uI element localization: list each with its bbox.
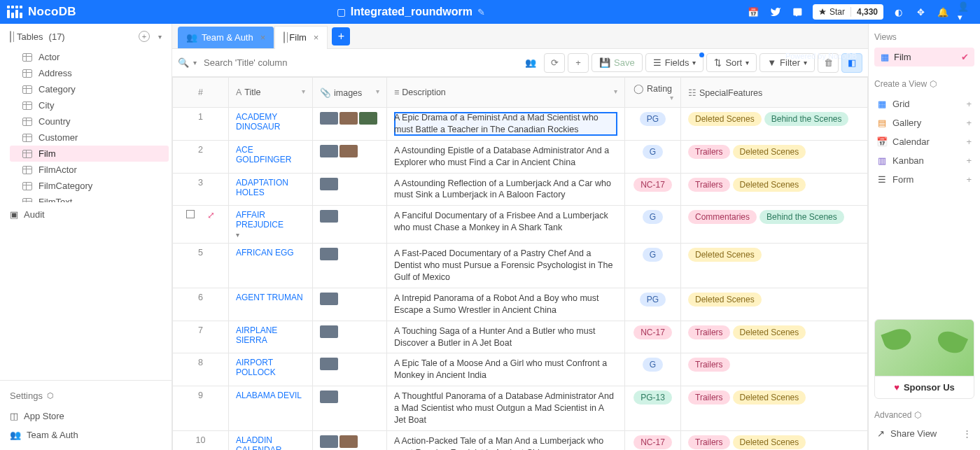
tables-header[interactable]: Tables (17) + ▾	[0, 24, 172, 49]
images-cell[interactable]	[313, 206, 387, 244]
reload-button[interactable]: ⟳	[544, 53, 565, 73]
image-thumbnail[interactable]	[320, 391, 338, 403]
title-cell[interactable]: ADAPTATION HOLES	[229, 173, 313, 206]
image-thumbnail[interactable]	[340, 145, 358, 157]
images-cell[interactable]	[313, 321, 387, 353]
sidebar-item-actor[interactable]: Actor	[7, 49, 172, 65]
rating-cell[interactable]: NC-17	[625, 321, 681, 353]
row-number-cell[interactable]: 6	[173, 288, 229, 321]
col-header-rating[interactable]: ◯Rating▾	[625, 78, 681, 108]
sidebar-item-category[interactable]: Category	[7, 81, 172, 97]
special-features-cell[interactable]: CommentariesBehind the Scenes	[681, 206, 868, 244]
add-tab-button[interactable]: +	[332, 27, 350, 45]
description-cell[interactable]: A Astounding Epistle of a Database Admin…	[387, 140, 625, 173]
row-number-cell[interactable]: 2	[173, 140, 229, 173]
special-features-cell[interactable]: Deleted Scenes	[681, 244, 868, 288]
sponsor-button[interactable]: ♥ Sponsor Us	[875, 376, 974, 398]
data-grid[interactable]: # ATitle▾ 📎images▾ ≡Description▾ ◯Rating…	[172, 77, 868, 450]
account-icon[interactable]: 👤▾	[958, 4, 973, 20]
table-row[interactable]: ⤢AFFAIR PREJUDICE▾A Fanciful Documentary…	[173, 206, 868, 244]
rating-cell[interactable]: PG	[625, 288, 681, 321]
description-cell[interactable]: A Fast-Paced Documentary of a Pastry Che…	[387, 244, 625, 288]
table-row[interactable]: 5AFRICAN EGGA Fast-Paced Documentary of …	[173, 244, 868, 288]
row-number-cell[interactable]: 1	[173, 108, 229, 141]
images-cell[interactable]	[313, 140, 387, 173]
search-input[interactable]	[204, 57, 330, 68]
description-cell[interactable]: A Touching Saga of a Hunter And a Butler…	[387, 321, 625, 353]
title-cell[interactable]: AFFAIR PREJUDICE▾	[229, 206, 313, 244]
description-cell[interactable]: A Action-Packed Tale of a Man And a Lumb…	[387, 430, 625, 450]
sidebar-item-address[interactable]: Address	[7, 65, 172, 81]
table-row[interactable]: 9ALABAMA DEVILA Thoughtful Panorama of a…	[173, 386, 868, 431]
special-features-cell[interactable]: TrailersDeleted Scenes	[681, 173, 868, 206]
description-cell[interactable]: A Astounding Reflection of a Lumberjack …	[387, 173, 625, 206]
table-row[interactable]: 7AIRPLANE SIERRAA Touching Saga of a Hun…	[173, 321, 868, 353]
table-row[interactable]: 6AGENT TRUMANA Intrepid Panorama of a Ro…	[173, 288, 868, 321]
image-thumbnail[interactable]	[320, 293, 338, 305]
audit-link[interactable]: ▣ Audit	[0, 202, 172, 227]
project-name[interactable]: Integrated_roundworm	[351, 6, 472, 18]
special-features-cell[interactable]: TrailersDeleted Scenes	[681, 321, 868, 353]
title-cell[interactable]: AIRPORT POLLOCK	[229, 353, 313, 386]
image-thumbnail[interactable]	[320, 325, 338, 338]
description-cell[interactable]: A Epic Tale of a Moose And a Girl who mu…	[387, 353, 625, 386]
fields-button[interactable]: ☰Fields▾	[645, 53, 704, 72]
chevron-down-icon[interactable]: ▾	[158, 33, 162, 41]
title-cell[interactable]: ACADEMY DINOSAUR	[229, 108, 313, 141]
row-number-cell[interactable]: 9	[173, 386, 229, 431]
twitter-icon[interactable]	[768, 4, 783, 20]
title-cell[interactable]: ALADDIN CALENDAR	[229, 430, 313, 450]
col-header-images[interactable]: 📎images▾	[313, 78, 387, 108]
special-features-cell[interactable]: TrailersDeleted Scenes	[681, 140, 868, 173]
create-view-kanban[interactable]: ▥Kanban+	[874, 151, 974, 170]
title-cell[interactable]: AIRPLANE SIERRA	[229, 321, 313, 353]
images-cell[interactable]	[313, 173, 387, 206]
image-thumbnail[interactable]	[320, 210, 338, 223]
title-cell[interactable]: AFRICAN EGG	[229, 244, 313, 288]
share-view-link[interactable]: ↗ Share View ⋮	[874, 426, 974, 442]
close-icon[interactable]: ×	[260, 32, 266, 43]
discord-icon[interactable]	[790, 4, 806, 20]
language-icon[interactable]: ✥	[913, 4, 928, 20]
expand-row-icon[interactable]: ⤢	[207, 210, 215, 220]
row-number-cell[interactable]: 10	[173, 430, 229, 450]
tab-film[interactable]: Film ×	[274, 26, 328, 48]
special-features-cell[interactable]: Deleted ScenesBehind the Scenes	[681, 108, 868, 141]
image-thumbnail[interactable]	[320, 112, 338, 125]
sidebar-item-city[interactable]: City	[7, 97, 172, 113]
images-cell[interactable]	[313, 288, 387, 321]
sidebar-item-filmactor[interactable]: FilmActor	[7, 162, 172, 178]
images-cell[interactable]	[313, 244, 387, 288]
sidebar-item-filmcategory[interactable]: FilmCategory	[7, 178, 172, 194]
table-row[interactable]: 3ADAPTATION HOLESA Astounding Reflection…	[173, 173, 868, 206]
table-row[interactable]: 1ACADEMY DINOSAURA Epic Drama of a Femin…	[173, 108, 868, 141]
description-cell[interactable]: A Fanciful Documentary of a Frisbee And …	[387, 206, 625, 244]
row-number-cell[interactable]: ⤢	[173, 206, 229, 244]
images-cell[interactable]	[313, 386, 387, 431]
edit-icon[interactable]: ✎	[477, 7, 485, 17]
description-cell[interactable]: A Thoughtful Panorama of a Database Admi…	[387, 386, 625, 431]
rating-cell[interactable]: G	[625, 206, 681, 244]
active-view-item[interactable]: ▦ Film ✔	[874, 48, 974, 66]
github-star-badge[interactable]: Star 4,330	[813, 4, 883, 20]
row-number-cell[interactable]: 7	[173, 321, 229, 353]
theme-icon[interactable]: ◐	[890, 4, 906, 20]
create-view-form[interactable]: ☰Form+	[874, 170, 974, 189]
row-number-cell[interactable]: 5	[173, 244, 229, 288]
add-row-button[interactable]: +	[568, 53, 589, 73]
share-users-icon[interactable]: 👥	[520, 53, 541, 73]
image-thumbnail[interactable]	[359, 112, 377, 125]
title-cell[interactable]: AGENT TRUMAN	[229, 288, 313, 321]
sidebar-item-film[interactable]: Film	[10, 146, 169, 162]
image-thumbnail[interactable]	[320, 178, 338, 190]
create-view-gallery[interactable]: ▤Gallery+	[874, 113, 974, 132]
image-thumbnail[interactable]	[320, 145, 338, 157]
add-table-button[interactable]: +	[139, 31, 150, 42]
rating-cell[interactable]: G	[625, 244, 681, 288]
rating-cell[interactable]: G	[625, 140, 681, 173]
images-cell[interactable]	[313, 430, 387, 450]
image-thumbnail[interactable]	[320, 435, 338, 448]
save-button[interactable]: 💾Save	[592, 53, 643, 72]
rating-cell[interactable]: NC-17	[625, 430, 681, 450]
title-cell[interactable]: ACE GOLDFINGER	[229, 140, 313, 173]
